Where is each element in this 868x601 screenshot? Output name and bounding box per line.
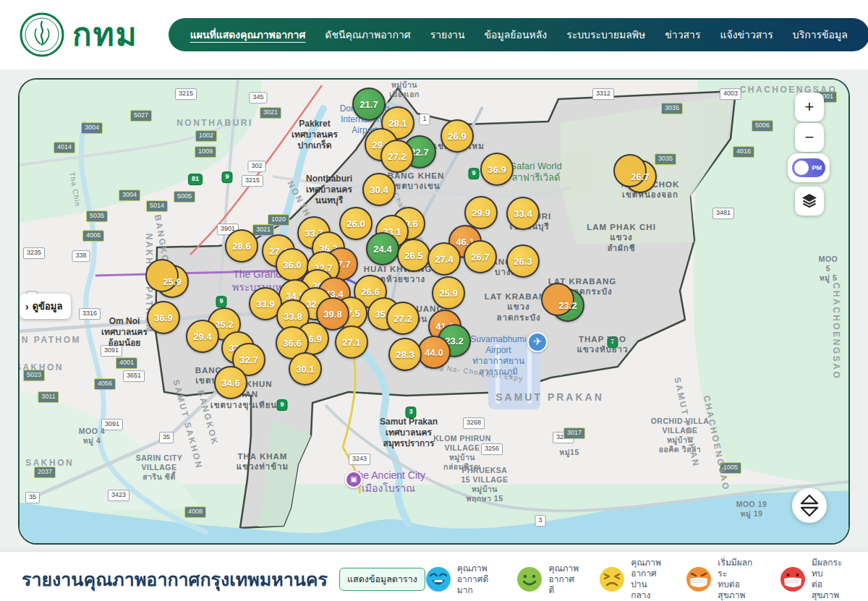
map-section: 3215345302150273004401410021009302321530… [0, 69, 868, 545]
aqi-station-marker[interactable]: 27.2 [380, 140, 414, 173]
footer-bar: รายงานคุณภาพอากาศกรุงเทพมหานคร แสดงข้อมู… [0, 552, 868, 601]
logo-text: กทม [72, 19, 138, 51]
aqi-station-marker[interactable]: 27.4 [427, 242, 461, 276]
legend-label: มีผลกระทบ ต่อสุขภาพ [812, 558, 846, 601]
mask-face-icon [686, 566, 712, 592]
report-title: รายงานคุณภาพอากาศกรุงเทพมหานคร [22, 565, 328, 594]
aqi-station-marker[interactable]: 44.0 [417, 336, 451, 369]
legend-item: คุณภาพ อากาศปาน กลาง [599, 558, 665, 601]
aqi-station-marker[interactable]: 36.9 [480, 153, 514, 186]
view-data-button[interactable]: › ดูข้อมูล [20, 294, 71, 319]
air-quality-map[interactable]: 3215345302150273004401410021009302321530… [18, 78, 850, 545]
aqi-station-marker[interactable]: 21.7 [352, 88, 386, 121]
pm-toggle-pill: PM [792, 158, 825, 177]
layers-button[interactable] [795, 187, 824, 216]
pm-layer-toggle[interactable]: PM [788, 153, 830, 182]
aqi-station-marker[interactable]: 28.6 [225, 229, 258, 263]
legend-item: มีผลกระทบ ต่อสุขภาพ [780, 558, 846, 601]
legend-label: เริ่มมีผลกระ ทบต่อสุขภาพ [718, 558, 760, 601]
logo: กทม [19, 12, 138, 58]
annoyed-face-icon [599, 566, 625, 592]
nav-item[interactable]: ข่าวสาร [665, 27, 700, 43]
nav-item[interactable]: ดัชนีคุณภาพอากาศ [325, 27, 410, 43]
show-table-button[interactable]: แสดงข้อมูลตาราง [339, 568, 425, 591]
nav-item[interactable]: แผนที่แสดงคุณภาพอากาศ [190, 27, 306, 43]
stations-layer: 21.728.126.929.622.727.236.926.730.429.9… [20, 80, 848, 543]
aqi-station-marker[interactable]: 33.4 [506, 197, 540, 230]
legend-item: เริ่มมีผลกระ ทบต่อสุขภาพ [686, 558, 760, 601]
aqi-station-marker[interactable]: 30.4 [362, 173, 396, 206]
aqi-station-marker[interactable]: 26.5 [397, 239, 430, 272]
legend-label: คุณภาพ อากาศปาน กลาง [631, 558, 665, 601]
aqi-station-marker[interactable]: 26.7 [624, 160, 657, 193]
view-data-label: ดูข้อมูล [33, 299, 63, 314]
bma-seal-icon [19, 12, 65, 58]
chevron-right-icon: › [25, 302, 29, 312]
nav-item[interactable]: บริการข้อมูล [793, 27, 848, 43]
nav-item[interactable]: รายงาน [430, 27, 465, 43]
aqi-station-marker[interactable]: 26.0 [339, 207, 373, 240]
layers-icon [801, 192, 818, 210]
main-nav: แผนที่แสดงคุณภาพอากาศดัชนีคุณภาพอากาศราย… [169, 18, 868, 51]
aqi-station-marker[interactable]: 26.9 [441, 119, 474, 153]
aqi-legend: คุณภาพ อากาศดีมาก คุณภาพ อากาศดี คุณภาพ … [425, 558, 846, 601]
aqi-station-marker[interactable]: 24.4 [366, 232, 399, 265]
nav-item[interactable]: ข้อมูลย้อนหลัง [485, 27, 548, 43]
aqi-station-marker[interactable]: 26.3 [506, 244, 540, 278]
legend-item: คุณภาพ อากาศดีมาก [425, 563, 497, 596]
pm-toggle-label: PM [812, 164, 822, 171]
aqi-station-marker[interactable]: 23.2 [551, 289, 584, 322]
header: กทม แผนที่แสดงคุณภาพอากาศดัชนีคุณภาพอากา… [0, 0, 868, 69]
nav-item[interactable]: ระบบระบายมลพิษ [566, 27, 645, 43]
nav-item[interactable]: แจ้งข่าวสาร [720, 27, 773, 43]
unfold-icon [799, 493, 820, 518]
expand-collapse-button[interactable] [792, 488, 827, 523]
zoom-in-button[interactable]: + [795, 93, 824, 122]
legend-label: คุณภาพ อากาศดี [548, 563, 579, 596]
aqi-station-marker[interactable]: 34.6 [214, 366, 247, 399]
zoom-out-button[interactable]: − [795, 123, 824, 152]
aqi-station-marker[interactable]: 28.3 [388, 338, 422, 371]
aqi-station-marker[interactable]: 36.9 [147, 301, 180, 334]
pm-toggle-knob [794, 161, 809, 175]
aqi-station-marker[interactable]: 29.9 [464, 196, 498, 229]
aqi-station-marker[interactable]: 27.2 [386, 302, 420, 335]
aqi-station-marker[interactable]: 25.9 [432, 276, 465, 310]
legend-item: คุณภาพ อากาศดี [516, 563, 579, 596]
aqi-station-marker[interactable]: 25.9 [156, 265, 189, 298]
mask2-face-icon [780, 566, 806, 592]
laugh-face-icon [425, 566, 451, 592]
aqi-station-marker[interactable]: 29.4 [186, 320, 219, 353]
aqi-station-marker[interactable]: 27.1 [335, 325, 368, 359]
aqi-station-marker[interactable]: 26.7 [464, 240, 497, 273]
smile-face-icon [516, 566, 542, 592]
legend-label: คุณภาพ อากาศดีมาก [457, 563, 497, 596]
aqi-station-marker[interactable]: 30.1 [289, 352, 322, 385]
